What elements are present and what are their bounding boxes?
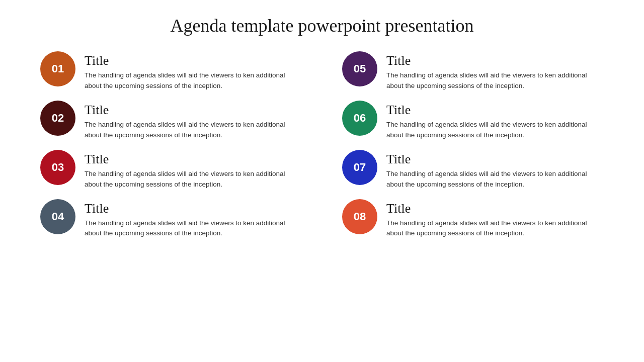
item-desc-06: The handling of agenda slides will aid t… xyxy=(386,120,604,141)
item-title-01: Title xyxy=(85,53,302,68)
item-title-06: Title xyxy=(386,103,604,118)
page: Agenda template powerpoint presentation … xyxy=(0,0,644,362)
item-number-01: 01 xyxy=(40,51,75,86)
agenda-item-02: 02TitleThe handling of agenda slides wil… xyxy=(40,101,302,141)
item-number-03: 03 xyxy=(40,150,75,185)
agenda-item-05: 05TitleThe handling of agenda slides wil… xyxy=(342,51,604,92)
item-desc-02: The handling of agenda slides will aid t… xyxy=(85,120,302,141)
item-content-04: TitleThe handling of agenda slides will … xyxy=(85,199,302,239)
item-desc-08: The handling of agenda slides will aid t… xyxy=(386,218,604,239)
item-content-06: TitleThe handling of agenda slides will … xyxy=(386,101,604,141)
page-title: Agenda template powerpoint presentation xyxy=(171,15,474,36)
item-title-04: Title xyxy=(85,201,302,216)
item-content-08: TitleThe handling of agenda slides will … xyxy=(386,199,604,239)
item-desc-03: The handling of agenda slides will aid t… xyxy=(85,169,302,190)
item-number-05: 05 xyxy=(342,51,377,86)
agenda-item-06: 06TitleThe handling of agenda slides wil… xyxy=(342,101,604,141)
item-desc-05: The handling of agenda slides will aid t… xyxy=(386,70,604,92)
item-title-08: Title xyxy=(386,201,604,216)
item-number-07: 07 xyxy=(342,150,377,185)
item-number-02: 02 xyxy=(40,101,75,136)
item-content-02: TitleThe handling of agenda slides will … xyxy=(85,101,302,141)
item-number-06: 06 xyxy=(342,101,377,136)
item-number-08: 08 xyxy=(342,199,377,234)
agenda-item-03: 03TitleThe handling of agenda slides wil… xyxy=(40,150,302,190)
item-title-03: Title xyxy=(85,152,302,167)
agenda-item-01: 01TitleThe handling of agenda slides wil… xyxy=(40,51,302,92)
item-content-07: TitleThe handling of agenda slides will … xyxy=(386,150,604,190)
item-title-05: Title xyxy=(386,53,604,68)
item-title-02: Title xyxy=(85,103,302,118)
item-content-05: TitleThe handling of agenda slides will … xyxy=(386,51,604,92)
item-content-01: TitleThe handling of agenda slides will … xyxy=(85,51,302,92)
item-content-03: TitleThe handling of agenda slides will … xyxy=(85,150,302,190)
items-grid: 01TitleThe handling of agenda slides wil… xyxy=(40,51,604,239)
item-desc-07: The handling of agenda slides will aid t… xyxy=(386,169,604,190)
agenda-item-07: 07TitleThe handling of agenda slides wil… xyxy=(342,150,604,190)
agenda-item-08: 08TitleThe handling of agenda slides wil… xyxy=(342,199,604,239)
item-title-07: Title xyxy=(386,152,604,167)
item-desc-01: The handling of agenda slides will aid t… xyxy=(85,70,302,92)
agenda-item-04: 04TitleThe handling of agenda slides wil… xyxy=(40,199,302,239)
item-desc-04: The handling of agenda slides will aid t… xyxy=(85,218,302,239)
item-number-04: 04 xyxy=(40,199,75,234)
